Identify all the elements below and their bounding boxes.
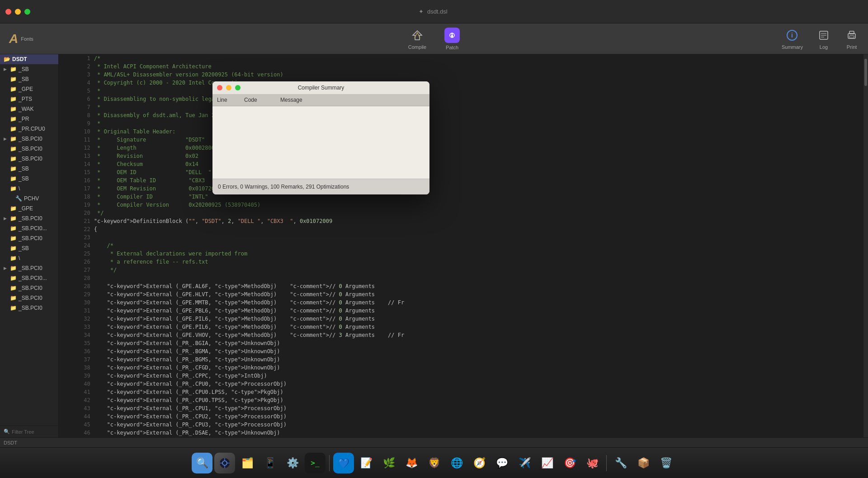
dock-whatsapp[interactable]: 💬: [491, 453, 512, 473]
modal-footer: 0 Errors, 0 Warnings, 100 Remarks, 291 O…: [212, 179, 429, 194]
maximize-button[interactable]: [24, 9, 30, 14]
dock-launchpad[interactable]: [214, 453, 235, 473]
status-bar: DSDT: [0, 437, 868, 447]
table-row: 42 "c-keyword">External (_PR_.CPU0.TPSS,…: [59, 396, 863, 404]
table-row: 47 "c-keyword">External (_PR_.DTS1, "c-t…: [59, 437, 863, 437]
table-row: 32 "c-keyword">External (_GPE.PIL6, "c-t…: [59, 315, 863, 323]
dock-keynote[interactable]: 🎯: [559, 453, 580, 473]
dock-safari[interactable]: 🧭: [469, 453, 490, 473]
sidebar-item[interactable]: 📁 _PR: [0, 114, 58, 124]
dock-word[interactable]: 📝: [356, 453, 377, 473]
dock-trash[interactable]: 🗑️: [656, 453, 676, 473]
sidebar-item[interactable]: 📁 _SB.PCI0: [0, 293, 58, 303]
summary-button[interactable]: i Summary: [782, 28, 803, 50]
log-icon: [816, 28, 831, 43]
sidebar-item[interactable]: 📁 _GPE: [0, 204, 58, 213]
dock-telegram[interactable]: ✈️: [514, 453, 535, 473]
dock-vscode[interactable]: 💙: [333, 453, 354, 473]
sidebar-item[interactable]: 📁 _SB.PCI0: [0, 283, 58, 293]
table-row: 40 "c-keyword">External (_PR_.CPU0, "c-t…: [59, 380, 863, 388]
folder-icon: 📁: [10, 86, 17, 92]
dock-installer[interactable]: 📦: [633, 453, 654, 473]
print-icon: [844, 28, 859, 43]
patch-button[interactable]: Patch: [444, 28, 460, 50]
table-row: 29 "c-keyword">External (_GPE.HLVT, "c-t…: [59, 290, 863, 298]
sidebar-item[interactable]: 📁 \: [0, 184, 58, 194]
col-line: Line: [212, 94, 240, 106]
dock-stocks[interactable]: 📈: [537, 453, 557, 473]
sidebar-item[interactable]: 📁 _SB.PCI0...: [0, 223, 58, 233]
table-row: 31 "c-keyword">External (_GPE.PBL6, "c-t…: [59, 307, 863, 315]
sidebar-item[interactable]: 📁 _SB: [0, 74, 58, 84]
sidebar-item[interactable]: 🔧 PCHV: [0, 194, 58, 204]
modal-close-button[interactable]: [217, 85, 222, 90]
sidebar-item[interactable]: 📁 _SB.PCI0...: [0, 273, 58, 283]
sidebar-root-item[interactable]: 📂 DSDT: [0, 54, 58, 64]
sidebar[interactable]: 📂 DSDT ▶ 📁 _SB 📁 _SB 📁 _GPE 📁 _PTS 📁 _WA: [0, 54, 59, 437]
compile-icon: [410, 28, 425, 43]
print-label: Print: [847, 44, 857, 50]
sidebar-item[interactable]: 📁 _SB.PCI0: [0, 233, 58, 243]
dock-apps[interactable]: 📱: [259, 453, 280, 473]
folder-icon: 📂: [4, 56, 10, 62]
sidebar-item[interactable]: 📁 _SB.PCI0: [0, 144, 58, 154]
sidebar-item-label: _PR.CPU0: [19, 126, 45, 132]
sidebar-item-label: _SB.PCI0: [19, 265, 42, 271]
sidebar-item[interactable]: 📁 _PR.CPU0: [0, 124, 58, 134]
filter-bar[interactable]: 🔍: [0, 426, 58, 437]
folder-icon: 📁: [10, 265, 17, 271]
sidebar-item[interactable]: ▶ 📁 _SB.PCI0: [0, 134, 58, 144]
scrollbar-thumb[interactable]: [864, 59, 867, 86]
sidebar-item[interactable]: ▶ 📁 _SB.PCI0: [0, 263, 58, 273]
dock-finder[interactable]: 🔍: [192, 453, 212, 473]
sidebar-item[interactable]: 📁 _GPE: [0, 84, 58, 94]
print-button[interactable]: Print: [844, 28, 859, 50]
folder-icon: 📁: [10, 295, 17, 301]
filter-input[interactable]: [12, 429, 59, 435]
table-row: 28: [59, 274, 863, 282]
dock-system-prefs[interactable]: ⚙️: [282, 453, 303, 473]
sidebar-item-label: _SB: [19, 76, 29, 82]
dock-files[interactable]: 🗂️: [237, 453, 258, 473]
sidebar-item[interactable]: 📁 _SB.PCI0: [0, 303, 58, 313]
sidebar-item[interactable]: 📁 _SB: [0, 243, 58, 253]
dock-github[interactable]: 🐙: [582, 453, 603, 473]
table-row: 11 * Signature "DSDT": [59, 136, 863, 144]
compiler-summary-modal[interactable]: Compiler Summary Line Code Message 0 Err…: [212, 81, 429, 194]
sidebar-item-label: _SB: [19, 175, 29, 182]
sidebar-item[interactable]: 📁 \: [0, 253, 58, 263]
sidebar-item[interactable]: 📁 _PTS: [0, 94, 58, 104]
table-row: 23: [59, 233, 863, 241]
sidebar-item[interactable]: 📁 _WAK: [0, 104, 58, 114]
table-row: 1/*: [59, 54, 863, 62]
code-editor[interactable]: 1/*2 * Intel ACPI Component Architecture…: [59, 54, 863, 437]
modal-minimize-button[interactable]: [226, 85, 231, 90]
dock-brave[interactable]: 🦁: [424, 453, 444, 473]
dock-terminal[interactable]: >_: [305, 453, 326, 473]
patch-label: Patch: [446, 45, 458, 50]
dock-xcode-tools[interactable]: 🔧: [610, 453, 631, 473]
scrollbar[interactable]: [863, 54, 868, 437]
table-row: 35 "c-keyword">External (_PR_.BGIA, "c-t…: [59, 339, 863, 347]
dock-chrome[interactable]: 🌐: [446, 453, 467, 473]
sidebar-item[interactable]: 📁 _SB: [0, 174, 58, 184]
sidebar-item[interactable]: 📁 _SB: [0, 164, 58, 174]
close-button[interactable]: [5, 9, 11, 14]
compile-button[interactable]: Compile: [408, 28, 426, 50]
summary-label: Summary: [782, 44, 803, 50]
table-row: 30 "c-keyword">External (_GPE.MMTB, "c-t…: [59, 298, 863, 307]
title-prefix: ✦: [419, 8, 424, 15]
minimize-button[interactable]: [15, 9, 21, 14]
sidebar-item[interactable]: ▶ 📁 _SB.PCI0: [0, 213, 58, 223]
sidebar-item[interactable]: 📁 _SB.PCI0: [0, 154, 58, 164]
sidebar-item[interactable]: ▶ 📁 _SB: [0, 64, 58, 74]
modal-maximize-button[interactable]: [235, 85, 241, 90]
log-button[interactable]: Log: [816, 28, 831, 50]
table-row: 17 * OEM Revision 0x01072009 (17244169): [59, 185, 863, 193]
modal-content: Line Code Message: [212, 94, 429, 179]
sidebar-item-label: _WAK: [19, 106, 34, 112]
dock-sourcetree[interactable]: 🌿: [378, 453, 399, 473]
table-row: 46 "c-keyword">External (_PR_.DSAE, "c-t…: [59, 429, 863, 437]
folder-icon: 📁: [10, 175, 17, 182]
dock-firefox[interactable]: 🦊: [401, 453, 422, 473]
